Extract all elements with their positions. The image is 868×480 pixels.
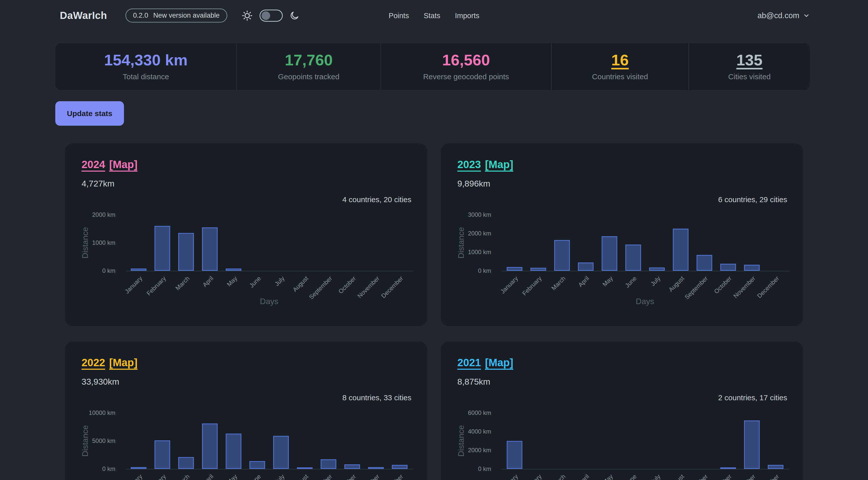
stat-label: Total distance <box>123 72 169 81</box>
x-tick-label: November <box>732 473 757 480</box>
version-badge[interactable]: 0.2.0 New version available <box>125 8 227 23</box>
stat-value: 17,760 <box>285 52 333 68</box>
sun-icon <box>241 10 253 22</box>
year-card-2021: 2021[Map]8,875km2 countries, 17 cities0 … <box>441 342 803 480</box>
y-axis-tick: 0 km <box>75 466 115 473</box>
x-tick-label: April <box>201 473 215 480</box>
x-tick-label: March <box>174 275 191 292</box>
x-tick-label: January <box>123 473 144 480</box>
bar-january <box>131 467 147 469</box>
x-tick-label: February <box>145 473 167 480</box>
x-tick-label: April <box>201 275 215 288</box>
x-tick-label: March <box>550 473 567 480</box>
x-tick-label: August <box>291 473 310 480</box>
bar-july <box>649 267 665 271</box>
distance-chart-2024[interactable]: 0 km1000 km2000 kmDistanceDaysJanuaryFeb… <box>65 143 427 326</box>
stat-item-4: 16Countries visited <box>551 43 688 90</box>
stat-item-2: 17,760Geopoints tracked <box>236 43 380 90</box>
x-tick-label: December <box>380 275 405 299</box>
year-card-2022: 2022[Map]33,930km8 countries, 33 cities0… <box>65 342 427 480</box>
distance-chart-2022[interactable]: 0 km5000 km10000 kmDistanceDaysJanuaryFe… <box>65 342 427 480</box>
x-tick-label: April <box>577 275 591 288</box>
nav-item-stats[interactable]: Stats <box>424 11 440 20</box>
x-tick-label: September <box>683 275 709 301</box>
update-stats-button[interactable]: Update stats <box>55 101 124 126</box>
nav-item-imports[interactable]: Imports <box>455 11 479 20</box>
x-tick-label: May <box>601 275 614 288</box>
x-tick-label: October <box>713 473 733 480</box>
bar-september <box>321 459 336 469</box>
y-axis-tick: 6000 km <box>451 409 491 416</box>
app-logo[interactable]: DaWarIch <box>60 10 107 21</box>
x-tick-label: September <box>308 473 334 480</box>
x-tick-label: June <box>248 473 262 480</box>
bar-march <box>178 457 194 469</box>
y-axis-title: Distance <box>456 425 466 457</box>
stat-label: Reverse geocoded points <box>423 72 509 81</box>
bar-december <box>768 465 783 469</box>
bar-april <box>202 227 218 271</box>
stats-row: 154,330 kmTotal distance17,760Geopoints … <box>55 43 810 90</box>
version-text: New version available <box>153 11 220 20</box>
stat-value: 154,330 km <box>104 52 188 68</box>
x-tick-label: February <box>145 275 167 297</box>
bar-april <box>202 423 218 469</box>
x-axis-line <box>502 271 789 271</box>
bar-february <box>155 440 170 469</box>
bar-november <box>744 420 760 469</box>
user-menu[interactable]: ab@cd.com <box>757 11 810 20</box>
x-tick-label: October <box>713 275 733 295</box>
theme-toggle[interactable] <box>259 9 283 22</box>
x-tick-label: March <box>174 473 191 480</box>
x-tick-label: March <box>550 275 567 292</box>
theme-controls <box>241 9 300 22</box>
stat-value: 16,560 <box>442 52 490 68</box>
x-axis-line <box>126 271 413 271</box>
theme-toggle-knob <box>261 11 270 20</box>
x-tick-label: July <box>649 275 662 287</box>
bar-may <box>226 268 241 271</box>
stat-label: Geopoints tracked <box>278 72 339 81</box>
version-number: 0.2.0 <box>133 11 148 20</box>
x-tick-label: June <box>624 275 638 289</box>
x-tick-label: January <box>123 275 144 295</box>
y-axis-title: Distance <box>81 425 90 457</box>
bar-october <box>344 465 360 469</box>
bar-february <box>530 268 546 271</box>
x-tick-label: December <box>756 275 780 299</box>
x-tick-label: February <box>521 275 543 297</box>
stat-item-3: 16,560Reverse geocoded points <box>380 43 551 90</box>
x-tick-label: July <box>273 275 286 287</box>
x-tick-label: May <box>601 473 614 480</box>
x-tick-label: December <box>380 473 405 480</box>
year-cards-grid: 2024[Map]4,727km4 countries, 20 cities0 … <box>65 143 803 480</box>
x-tick-label: November <box>356 275 381 299</box>
x-tick-label: June <box>248 275 262 289</box>
stat-value[interactable]: 135 <box>737 52 763 68</box>
x-tick-label: December <box>756 473 780 480</box>
chevron-down-icon <box>803 12 810 19</box>
main-nav: Points Stats Imports <box>389 11 479 20</box>
bar-january <box>131 268 147 271</box>
distance-chart-2021[interactable]: 0 km2000 km4000 km6000 kmDistanceDaysJan… <box>441 342 803 480</box>
bar-june <box>625 245 641 271</box>
distance-chart-2023[interactable]: 0 km1000 km2000 km3000 kmDistanceDaysJan… <box>441 143 803 326</box>
stat-label: Countries visited <box>592 72 648 81</box>
y-axis-tick: 3000 km <box>451 211 491 218</box>
stat-value[interactable]: 16 <box>611 52 629 68</box>
x-tick-label: November <box>732 275 757 299</box>
y-axis-tick: 0 km <box>75 267 115 274</box>
x-tick-label: August <box>667 473 686 480</box>
y-axis-tick: 2000 km <box>75 211 115 218</box>
header: DaWarIch 0.2.0 New version available Poi… <box>0 0 868 31</box>
stat-item-5: 135Cities visited <box>688 43 810 90</box>
x-tick-label: June <box>624 473 638 480</box>
x-tick-label: July <box>649 473 662 480</box>
year-card-2023: 2023[Map]9,896km6 countries, 29 cities0 … <box>441 143 803 326</box>
x-axis-title: Days <box>636 297 654 306</box>
bar-march <box>178 233 194 271</box>
bar-august <box>297 468 313 469</box>
y-axis-title: Distance <box>81 227 90 259</box>
y-axis-tick: 0 km <box>451 267 491 274</box>
nav-item-points[interactable]: Points <box>389 11 409 20</box>
